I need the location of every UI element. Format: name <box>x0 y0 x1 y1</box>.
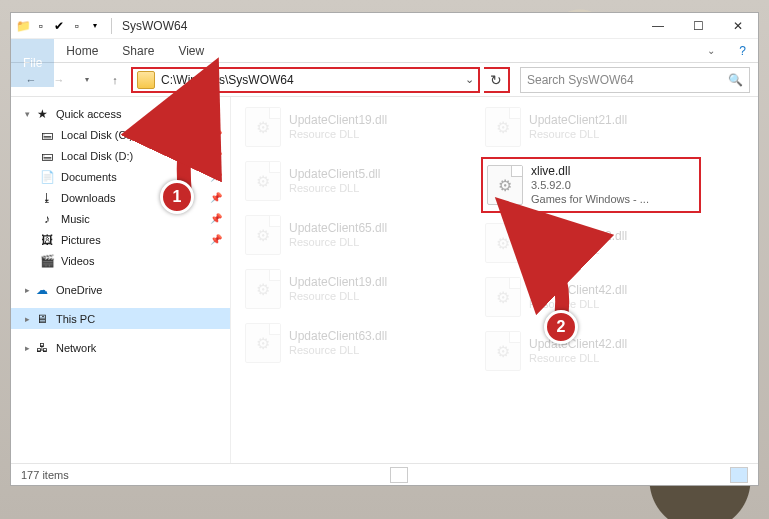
file-item[interactable]: ⚙UpdateClient5.dllResource DLL <box>241 157 461 205</box>
sidebar-item-pictures[interactable]: 🖼Pictures📌 <box>11 229 230 250</box>
file-desc: Resource DLL <box>289 290 387 304</box>
up-button[interactable]: ↑ <box>103 68 127 92</box>
file-item[interactable]: ⚙UpdateClient42.dllResource DLL <box>481 327 701 375</box>
chevron-down-icon: ▾ <box>25 109 30 119</box>
qat-drop-icon[interactable]: ▾ <box>87 18 103 34</box>
file-desc: Resource DLL <box>289 236 387 250</box>
downloads-icon: ⭳ <box>39 190 55 206</box>
explorer-window: 📁 ▫ ✔ ▫ ▾ SysWOW64 — ☐ ✕ File Home Share… <box>10 12 759 486</box>
view-large-icon[interactable] <box>730 467 748 483</box>
address-drop-icon[interactable]: ⌄ <box>460 73 478 86</box>
tab-share[interactable]: Share <box>110 39 166 62</box>
view-details-icon[interactable] <box>390 467 408 483</box>
item-count: 177 items <box>21 469 69 481</box>
search-placeholder: Search SysWOW64 <box>527 73 728 87</box>
file-desc: Games for Windows - ... <box>531 193 649 207</box>
drive-icon: 🖴 <box>39 127 55 143</box>
titlebar: 📁 ▫ ✔ ▫ ▾ SysWOW64 — ☐ ✕ <box>11 13 758 39</box>
dll-file-icon: ⚙ <box>485 277 521 317</box>
dll-file-icon: ⚙ <box>485 107 521 147</box>
file-item[interactable]: ⚙UpdateClient21.dllResource DLL <box>481 103 701 151</box>
file-item[interactable]: ⚙UpdateClient42.dllResource DLL <box>481 219 701 267</box>
dll-file-icon: ⚙ <box>485 223 521 263</box>
tab-view[interactable]: View <box>166 39 216 62</box>
folder-icon <box>137 71 155 89</box>
qat-icon[interactable]: ▫ <box>69 18 85 34</box>
file-desc: Resource DLL <box>529 298 627 312</box>
sidebar-item-downloads[interactable]: ⭳Downloads📌 <box>11 187 230 208</box>
file-desc: Resource DLL <box>529 352 627 366</box>
file-name: UpdateClient19.dll <box>289 113 387 128</box>
sidebar-item-local-c[interactable]: 🖴Local Disk (C:)📌 <box>11 124 230 145</box>
address-text[interactable]: C:\Windows\SysWOW64 <box>159 71 460 89</box>
file-desc: Resource DLL <box>289 128 387 142</box>
file-name: UpdateClient42.dll <box>529 337 627 352</box>
file-item[interactable]: ⚙UpdateClient42.dllResource DLL <box>481 273 701 321</box>
qat-icon[interactable]: ✔ <box>51 18 67 34</box>
ribbon-expand-icon[interactable]: ⌄ <box>695 39 727 62</box>
pin-icon: 📌 <box>210 171 222 182</box>
file-desc: Resource DLL <box>289 182 380 196</box>
dll-file-icon: ⚙ <box>487 165 523 205</box>
sidebar-item-videos[interactable]: 🎬Videos <box>11 250 230 271</box>
chevron-right-icon: ▸ <box>25 343 30 353</box>
file-item[interactable]: ⚙UpdateClient63.dllResource DLL <box>241 319 461 367</box>
pin-icon: 📌 <box>210 213 222 224</box>
music-icon: ♪ <box>39 211 55 227</box>
minimize-button[interactable]: — <box>638 13 678 39</box>
recent-drop-icon[interactable]: ▾ <box>75 68 99 92</box>
file-name: UpdateClient42.dll <box>529 283 627 298</box>
dll-file-icon: ⚙ <box>245 161 281 201</box>
sidebar-this-pc[interactable]: ▸🖥This PC <box>11 308 230 329</box>
file-name: UpdateClient21.dll <box>529 113 627 128</box>
file-name: UpdateClient5.dll <box>289 167 380 182</box>
ribbon: File Home Share View ⌄ ? <box>11 39 758 63</box>
file-item[interactable]: ⚙UpdateClient19.dllResource DLL <box>241 103 461 151</box>
pin-icon: 📌 <box>210 192 222 203</box>
dll-file-icon: ⚙ <box>245 215 281 255</box>
help-icon[interactable]: ? <box>727 39 758 62</box>
file-desc: Resource DLL <box>529 128 627 142</box>
nav-row: ← → ▾ ↑ C:\Windows\SysWOW64 ⌄ ↻ Search S… <box>11 63 758 97</box>
qat-icon[interactable]: ▫ <box>33 18 49 34</box>
file-list[interactable]: ⚙UpdateClient19.dllResource DLL⚙UpdateCl… <box>231 97 758 463</box>
pin-icon: 📌 <box>210 234 222 245</box>
sidebar-network[interactable]: ▸🖧Network <box>11 337 230 358</box>
pin-icon: 📌 <box>210 150 222 161</box>
chevron-right-icon: ▸ <box>25 314 30 324</box>
search-icon: 🔍 <box>728 73 743 87</box>
quick-access-toolbar: 📁 ▫ ✔ ▫ ▾ <box>11 18 107 34</box>
file-item[interactable]: ⚙xlive.dll3.5.92.0Games for Windows - ..… <box>481 157 701 213</box>
search-box[interactable]: Search SysWOW64 🔍 <box>520 67 750 93</box>
dll-file-icon: ⚙ <box>485 331 521 371</box>
tab-file[interactable]: File <box>11 39 54 87</box>
sidebar-quick-access[interactable]: ▾ ★ Quick access <box>11 103 230 124</box>
sidebar-item-music[interactable]: ♪Music📌 <box>11 208 230 229</box>
file-name: UpdateClient42.dll <box>529 229 627 244</box>
dll-file-icon: ⚙ <box>245 107 281 147</box>
pc-icon: 🖥 <box>34 311 50 327</box>
sidebar-onedrive[interactable]: ▸☁OneDrive <box>11 279 230 300</box>
star-icon: ★ <box>34 106 50 122</box>
close-button[interactable]: ✕ <box>718 13 758 39</box>
address-bar[interactable]: C:\Windows\SysWOW64 ⌄ <box>131 67 480 93</box>
pictures-icon: 🖼 <box>39 232 55 248</box>
file-name: UpdateClient63.dll <box>289 329 387 344</box>
file-desc: Resource DLL <box>529 244 627 258</box>
network-icon: 🖧 <box>34 340 50 356</box>
dll-file-icon: ⚙ <box>245 323 281 363</box>
refresh-button[interactable]: ↻ <box>484 67 510 93</box>
maximize-button[interactable]: ☐ <box>678 13 718 39</box>
file-desc: Resource DLL <box>289 344 387 358</box>
sidebar-item-documents[interactable]: 📄Documents📌 <box>11 166 230 187</box>
file-item[interactable]: ⚙UpdateClient65.dllResource DLL <box>241 211 461 259</box>
tab-home[interactable]: Home <box>54 39 110 62</box>
chevron-right-icon: ▸ <box>25 285 30 295</box>
window-title: SysWOW64 <box>116 19 187 33</box>
sidebar-item-local-d[interactable]: 🖴Local Disk (D:)📌 <box>11 145 230 166</box>
videos-icon: 🎬 <box>39 253 55 269</box>
file-name: UpdateClient19.dll <box>289 275 387 290</box>
file-item[interactable]: ⚙UpdateClient19.dllResource DLL <box>241 265 461 313</box>
drive-icon: 🖴 <box>39 148 55 164</box>
file-name: UpdateClient65.dll <box>289 221 387 236</box>
